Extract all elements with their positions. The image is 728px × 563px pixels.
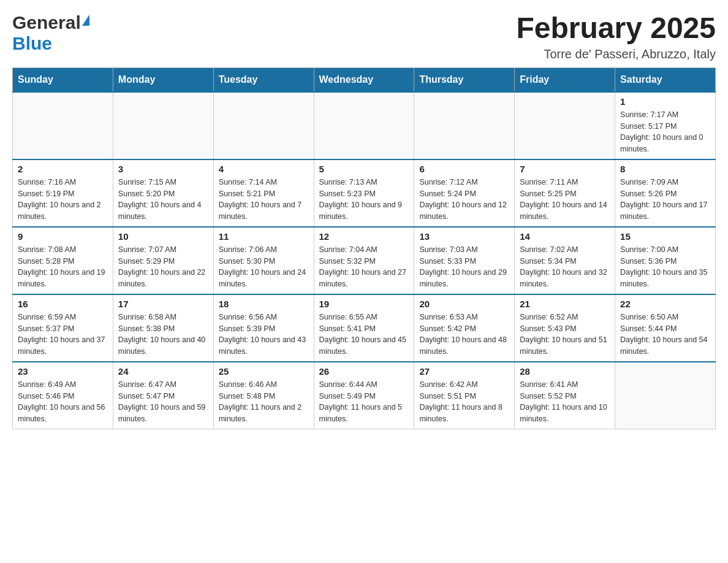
- day-number: 4: [219, 164, 309, 174]
- calendar-cell: 27Sunrise: 6:42 AMSunset: 5:51 PMDayligh…: [414, 362, 515, 429]
- month-title: February 2025: [516, 12, 716, 45]
- day-number: 20: [419, 299, 509, 309]
- calendar-cell: 11Sunrise: 7:06 AMSunset: 5:30 PMDayligh…: [213, 227, 314, 294]
- calendar-week-row: 9Sunrise: 7:08 AMSunset: 5:28 PMDaylight…: [13, 227, 716, 294]
- day-info: Sunrise: 6:46 AMSunset: 5:48 PMDaylight:…: [219, 379, 309, 425]
- day-number: 19: [319, 299, 409, 309]
- day-number: 2: [18, 164, 108, 174]
- day-number: 22: [620, 299, 710, 309]
- calendar-cell: 15Sunrise: 7:00 AMSunset: 5:36 PMDayligh…: [615, 227, 716, 294]
- day-number: 8: [620, 164, 710, 174]
- day-info: Sunrise: 6:44 AMSunset: 5:49 PMDaylight:…: [319, 379, 409, 425]
- day-number: 5: [319, 164, 409, 174]
- calendar-cell: [615, 362, 716, 429]
- day-number: 27: [419, 366, 509, 377]
- day-info: Sunrise: 7:14 AMSunset: 5:21 PMDaylight:…: [219, 177, 309, 223]
- calendar-cell: [113, 92, 213, 159]
- day-info: Sunrise: 7:17 AMSunset: 5:17 PMDaylight:…: [620, 109, 710, 155]
- logo-triangle-icon: [82, 15, 89, 26]
- day-info: Sunrise: 7:08 AMSunset: 5:28 PMDaylight:…: [18, 244, 108, 290]
- day-number: 17: [118, 299, 208, 309]
- day-of-week-header: Sunday: [13, 67, 113, 92]
- calendar-cell: 9Sunrise: 7:08 AMSunset: 5:28 PMDaylight…: [13, 227, 113, 294]
- day-info: Sunrise: 7:12 AMSunset: 5:24 PMDaylight:…: [419, 177, 509, 223]
- calendar-cell: 5Sunrise: 7:13 AMSunset: 5:23 PMDaylight…: [314, 159, 414, 227]
- page-header: General Blue February 2025 Torre de' Pas…: [12, 12, 716, 61]
- day-info: Sunrise: 6:56 AMSunset: 5:39 PMDaylight:…: [219, 312, 309, 358]
- day-info: Sunrise: 6:41 AMSunset: 5:52 PMDaylight:…: [520, 379, 610, 425]
- calendar-cell: 4Sunrise: 7:14 AMSunset: 5:21 PMDaylight…: [213, 159, 314, 227]
- calendar-week-row: 1Sunrise: 7:17 AMSunset: 5:17 PMDaylight…: [13, 92, 716, 159]
- calendar-cell: 16Sunrise: 6:59 AMSunset: 5:37 PMDayligh…: [13, 294, 113, 362]
- calendar-cell: 24Sunrise: 6:47 AMSunset: 5:47 PMDayligh…: [113, 362, 213, 429]
- calendar-cell: 13Sunrise: 7:03 AMSunset: 5:33 PMDayligh…: [414, 227, 515, 294]
- day-number: 10: [118, 231, 208, 242]
- calendar-table: SundayMondayTuesdayWednesdayThursdayFrid…: [12, 67, 716, 430]
- day-info: Sunrise: 7:16 AMSunset: 5:19 PMDaylight:…: [18, 177, 108, 223]
- day-info: Sunrise: 7:13 AMSunset: 5:23 PMDaylight:…: [319, 177, 409, 223]
- calendar-cell: 20Sunrise: 6:53 AMSunset: 5:42 PMDayligh…: [414, 294, 515, 362]
- day-number: 14: [520, 231, 610, 242]
- day-info: Sunrise: 6:50 AMSunset: 5:44 PMDaylight:…: [620, 312, 710, 358]
- calendar-cell: 2Sunrise: 7:16 AMSunset: 5:19 PMDaylight…: [13, 159, 113, 227]
- calendar-cell: 28Sunrise: 6:41 AMSunset: 5:52 PMDayligh…: [515, 362, 615, 429]
- day-info: Sunrise: 7:00 AMSunset: 5:36 PMDaylight:…: [620, 244, 710, 290]
- day-info: Sunrise: 7:04 AMSunset: 5:32 PMDaylight:…: [319, 244, 409, 290]
- day-info: Sunrise: 6:59 AMSunset: 5:37 PMDaylight:…: [18, 312, 108, 358]
- days-of-week-row: SundayMondayTuesdayWednesdayThursdayFrid…: [13, 67, 716, 92]
- day-number: 9: [18, 231, 108, 242]
- day-of-week-header: Saturday: [615, 67, 716, 92]
- calendar-cell: 6Sunrise: 7:12 AMSunset: 5:24 PMDaylight…: [414, 159, 515, 227]
- day-info: Sunrise: 6:55 AMSunset: 5:41 PMDaylight:…: [319, 312, 409, 358]
- day-number: 1: [620, 96, 710, 107]
- day-info: Sunrise: 6:58 AMSunset: 5:38 PMDaylight:…: [118, 312, 208, 358]
- calendar-cell: [314, 92, 414, 159]
- day-info: Sunrise: 7:06 AMSunset: 5:30 PMDaylight:…: [219, 244, 309, 290]
- logo: General Blue: [12, 12, 89, 54]
- day-number: 3: [118, 164, 208, 174]
- day-number: 13: [419, 231, 509, 242]
- day-info: Sunrise: 7:07 AMSunset: 5:29 PMDaylight:…: [118, 244, 208, 290]
- day-info: Sunrise: 6:42 AMSunset: 5:51 PMDaylight:…: [419, 379, 509, 425]
- calendar-cell: [13, 92, 113, 159]
- day-number: 24: [118, 366, 208, 377]
- calendar-cell: 1Sunrise: 7:17 AMSunset: 5:17 PMDaylight…: [615, 92, 716, 159]
- location-subtitle: Torre de' Passeri, Abruzzo, Italy: [516, 47, 716, 61]
- day-number: 21: [520, 299, 610, 309]
- calendar-cell: 7Sunrise: 7:11 AMSunset: 5:25 PMDaylight…: [515, 159, 615, 227]
- calendar-cell: 14Sunrise: 7:02 AMSunset: 5:34 PMDayligh…: [515, 227, 615, 294]
- day-of-week-header: Monday: [113, 67, 213, 92]
- calendar-cell: 21Sunrise: 6:52 AMSunset: 5:43 PMDayligh…: [515, 294, 615, 362]
- title-block: February 2025 Torre de' Passeri, Abruzzo…: [516, 12, 716, 61]
- day-of-week-header: Tuesday: [213, 67, 314, 92]
- day-info: Sunrise: 7:03 AMSunset: 5:33 PMDaylight:…: [419, 244, 509, 290]
- calendar-cell: [515, 92, 615, 159]
- day-info: Sunrise: 6:53 AMSunset: 5:42 PMDaylight:…: [419, 312, 509, 358]
- logo-general-text: General: [12, 12, 81, 33]
- day-number: 28: [520, 366, 610, 377]
- day-number: 11: [219, 231, 309, 242]
- calendar-cell: 25Sunrise: 6:46 AMSunset: 5:48 PMDayligh…: [213, 362, 314, 429]
- calendar-cell: 18Sunrise: 6:56 AMSunset: 5:39 PMDayligh…: [213, 294, 314, 362]
- calendar-cell: [213, 92, 314, 159]
- calendar-body: 1Sunrise: 7:17 AMSunset: 5:17 PMDaylight…: [13, 92, 716, 429]
- calendar-cell: 23Sunrise: 6:49 AMSunset: 5:46 PMDayligh…: [13, 362, 113, 429]
- calendar-week-row: 16Sunrise: 6:59 AMSunset: 5:37 PMDayligh…: [13, 294, 716, 362]
- day-of-week-header: Friday: [515, 67, 615, 92]
- day-info: Sunrise: 7:09 AMSunset: 5:26 PMDaylight:…: [620, 177, 710, 223]
- calendar-header: SundayMondayTuesdayWednesdayThursdayFrid…: [13, 67, 716, 92]
- day-of-week-header: Wednesday: [314, 67, 414, 92]
- calendar-cell: 3Sunrise: 7:15 AMSunset: 5:20 PMDaylight…: [113, 159, 213, 227]
- day-info: Sunrise: 6:52 AMSunset: 5:43 PMDaylight:…: [520, 312, 610, 358]
- calendar-cell: 19Sunrise: 6:55 AMSunset: 5:41 PMDayligh…: [314, 294, 414, 362]
- calendar-cell: 12Sunrise: 7:04 AMSunset: 5:32 PMDayligh…: [314, 227, 414, 294]
- calendar-cell: 8Sunrise: 7:09 AMSunset: 5:26 PMDaylight…: [615, 159, 716, 227]
- day-number: 12: [319, 231, 409, 242]
- day-number: 23: [18, 366, 108, 377]
- calendar-cell: 26Sunrise: 6:44 AMSunset: 5:49 PMDayligh…: [314, 362, 414, 429]
- day-number: 16: [18, 299, 108, 309]
- day-of-week-header: Thursday: [414, 67, 515, 92]
- day-info: Sunrise: 7:15 AMSunset: 5:20 PMDaylight:…: [118, 177, 208, 223]
- day-info: Sunrise: 6:49 AMSunset: 5:46 PMDaylight:…: [18, 379, 108, 425]
- calendar-cell: 17Sunrise: 6:58 AMSunset: 5:38 PMDayligh…: [113, 294, 213, 362]
